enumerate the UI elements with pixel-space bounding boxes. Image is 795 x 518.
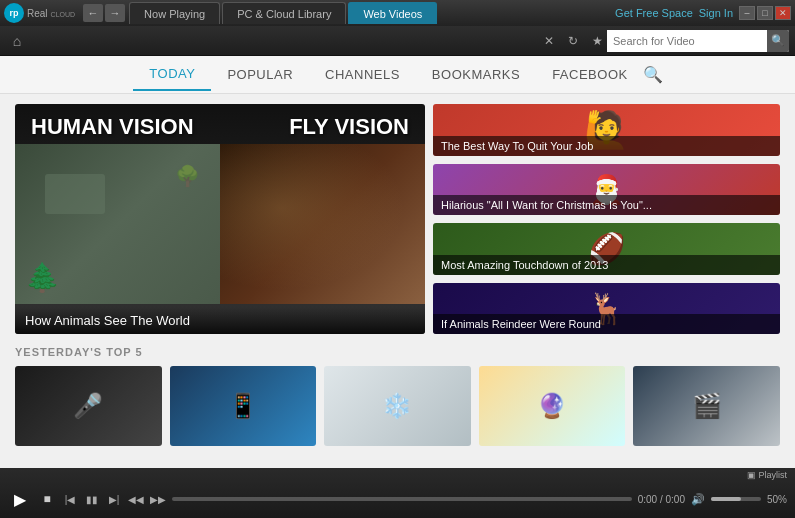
pause-button[interactable]: ▮▮ (84, 491, 100, 507)
vision-left-text: HUMAN VISION (31, 114, 194, 140)
tab-bar: Now Playing PC & Cloud Library Web Video… (129, 2, 615, 24)
yesterday-thumb-2[interactable]: 📱 (170, 366, 317, 446)
side-videos: 🙋 The Best Way To Quit Your Job 🎅 Hilari… (433, 104, 780, 334)
play-button[interactable]: ▶ (8, 487, 32, 511)
side-video-3-label: Most Amazing Touchdown of 2013 (433, 255, 780, 275)
refresh-icon[interactable]: ↻ (563, 31, 583, 51)
yesterday-thumb-4[interactable]: 🔮 (479, 366, 626, 446)
playlist-indicator: ▣ Playlist (0, 468, 795, 480)
home-button[interactable]: ⌂ (6, 30, 28, 52)
get-free-space-link[interactable]: Get Free Space (615, 7, 693, 19)
tab-now-playing[interactable]: Now Playing (129, 2, 220, 24)
window-controls: – □ ✕ (739, 6, 791, 20)
search-bar: 🔍 (607, 30, 789, 52)
search-nav-icon[interactable]: 🔍 (644, 66, 662, 84)
player-bar: ▣ Playlist ▶ ■ |◀ ▮▮ ▶| ◀◀ ▶▶ 0:00 / 0:0… (0, 468, 795, 518)
yesterday-section: YESTERDAY'S TOP 5 🎤 📱 ❄️ 🔮 🎬 (15, 346, 780, 446)
featured-label: How Animals See The World (15, 307, 425, 334)
video-grid-top: HUMAN VISION FLY VISION 🌲 🌳 How Animals … (15, 104, 780, 334)
tab-web-videos[interactable]: Web Videos (348, 2, 437, 24)
time-display: 0:00 / 0:00 (638, 494, 685, 505)
fastforward-button[interactable]: ▶▶ (150, 491, 166, 507)
search-input[interactable] (607, 30, 767, 52)
featured-video[interactable]: HUMAN VISION FLY VISION 🌲 🌳 How Animals … (15, 104, 425, 334)
maximize-button[interactable]: □ (757, 6, 773, 20)
nav-tabs: TODAY POPULAR CHANNELS BOOKMARKS FACEBOO… (0, 56, 795, 94)
back-button[interactable]: ← (83, 4, 103, 22)
logo-text: Real (27, 8, 48, 19)
vision-right-text: FLY VISION (289, 114, 409, 140)
prev-button[interactable]: |◀ (62, 491, 78, 507)
next-button[interactable]: ▶| (106, 491, 122, 507)
close-button[interactable]: ✕ (775, 6, 791, 20)
app-logo: rp Real CLOUD (4, 3, 75, 23)
side-video-4[interactable]: 🦌 If Animals Reindeer Were Round (433, 283, 780, 335)
search-button[interactable]: 🔍 (767, 30, 789, 52)
progress-container (172, 497, 632, 501)
yesterday-row: 🎤 📱 ❄️ 🔮 🎬 (15, 366, 780, 446)
side-video-2[interactable]: 🎅 Hilarious "All I Want for Christmas Is… (433, 164, 780, 216)
sign-in-link[interactable]: Sign In (699, 7, 733, 19)
volume-fill (711, 497, 741, 501)
toolbar-icons: ✕ ↻ ★ (539, 31, 607, 51)
side-video-2-label: Hilarious "All I Want for Christmas Is Y… (433, 195, 780, 215)
volume-pct: 50% (767, 494, 787, 505)
title-bar-actions: Get Free Space Sign In – □ ✕ (615, 6, 791, 20)
yesterday-thumb-5[interactable]: 🎬 (633, 366, 780, 446)
yesterday-thumb-1[interactable]: 🎤 (15, 366, 162, 446)
side-video-1-label: The Best Way To Quit Your Job (433, 136, 780, 156)
volume-icon[interactable]: 🔊 (691, 493, 705, 506)
yesterday-thumb-3[interactable]: ❄️ (324, 366, 471, 446)
tab-facebook[interactable]: FACEBOOK (536, 59, 644, 90)
content-area: HUMAN VISION FLY VISION 🌲 🌳 How Animals … (0, 94, 795, 468)
star-icon[interactable]: ★ (587, 31, 607, 51)
close-icon[interactable]: ✕ (539, 31, 559, 51)
tab-popular[interactable]: POPULAR (211, 59, 309, 90)
side-video-3[interactable]: 🏈 Most Amazing Touchdown of 2013 (433, 223, 780, 275)
side-video-4-label: If Animals Reindeer Were Round (433, 314, 780, 334)
side-video-1[interactable]: 🙋 The Best Way To Quit Your Job (433, 104, 780, 156)
nav-arrows: ← → (83, 4, 125, 22)
toolbar: ⌂ ✕ ↻ ★ 🔍 (0, 26, 795, 56)
tab-pc-cloud-library[interactable]: PC & Cloud Library (222, 2, 346, 24)
cloud-text: CLOUD (51, 11, 76, 18)
tab-today[interactable]: TODAY (133, 58, 211, 91)
player-controls-row: ▶ ■ |◀ ▮▮ ▶| ◀◀ ▶▶ 0:00 / 0:00 🔊 50% (0, 480, 795, 518)
forward-button[interactable]: → (105, 4, 125, 22)
logo-icon: rp (4, 3, 24, 23)
rewind-button[interactable]: ◀◀ (128, 491, 144, 507)
progress-bar[interactable] (172, 497, 632, 501)
title-bar: rp Real CLOUD ← → Now Playing PC & Cloud… (0, 0, 795, 26)
stop-button[interactable]: ■ (38, 490, 56, 508)
yesterday-title: YESTERDAY'S TOP 5 (15, 346, 780, 358)
tab-bookmarks[interactable]: BOOKMARKS (416, 59, 536, 90)
tab-channels[interactable]: CHANNELS (309, 59, 416, 90)
minimize-button[interactable]: – (739, 6, 755, 20)
volume-bar[interactable] (711, 497, 761, 501)
